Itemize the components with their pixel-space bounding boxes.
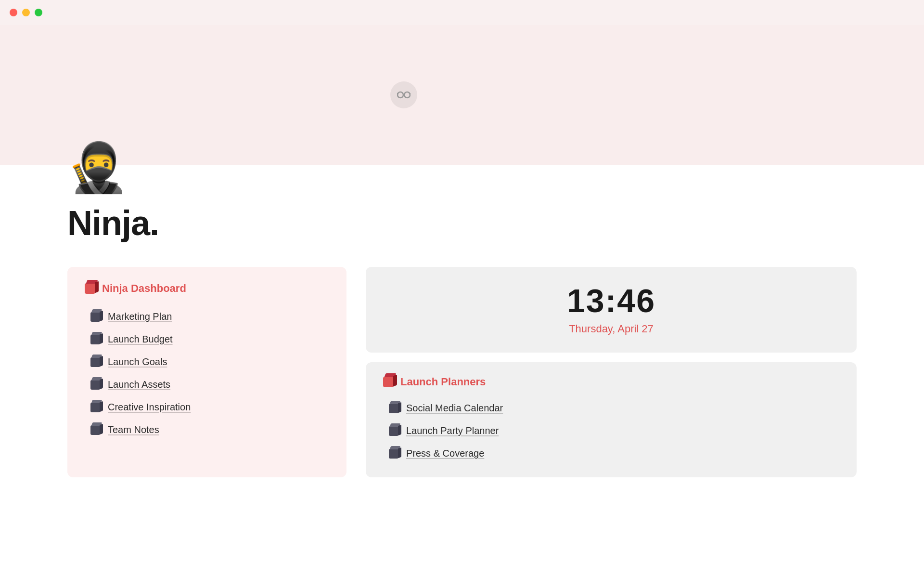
page-title: Ninja.	[67, 203, 857, 243]
traffic-light-green[interactable]	[35, 9, 42, 16]
planners-item-label: Launch Party Planner	[406, 425, 499, 436]
nav-item-label: Team Notes	[108, 424, 159, 435]
nav-item-label: Launch Budget	[108, 334, 173, 345]
nav-item-label: Launch Assets	[108, 379, 170, 390]
svg-point-0	[398, 92, 403, 98]
nav-item[interactable]: Launch Budget	[85, 329, 329, 350]
nav-item-label: Marketing Plan	[108, 311, 172, 322]
nav-header-label: Ninja Dashboard	[102, 282, 186, 295]
planners-header-cube-icon	[383, 377, 394, 387]
nav-item-cube-icon	[90, 312, 100, 322]
nav-item[interactable]: Launch Assets	[85, 374, 329, 395]
planners-item[interactable]: Press & Coverage	[383, 443, 839, 464]
title-bar	[0, 0, 924, 25]
planners-item-cube-icon	[389, 404, 398, 413]
nav-item[interactable]: Team Notes	[85, 420, 329, 440]
main-content: Ninja. Ninja Dashboard Marketing Plan La…	[0, 165, 924, 506]
svg-point-1	[404, 92, 410, 98]
nav-item-cube-icon	[90, 403, 100, 412]
planners-item-label: Press & Coverage	[406, 448, 484, 459]
nav-item-cube-icon	[90, 335, 100, 344]
nav-item-cube-icon	[90, 357, 100, 367]
nav-item[interactable]: Launch Goals	[85, 352, 329, 372]
nav-header: Ninja Dashboard	[85, 282, 329, 295]
nav-item-cube-icon	[90, 380, 100, 390]
hero-banner: 🥷	[0, 25, 924, 165]
clock-date: Thursday, April 27	[383, 323, 839, 335]
nav-items-list: Marketing Plan Launch Budget Launch Goal…	[85, 306, 329, 440]
nav-header-cube-icon	[85, 283, 95, 294]
planners-item-cube-icon	[389, 426, 398, 436]
nav-item[interactable]: Creative Inspiration	[85, 397, 329, 418]
planners-header: Launch Planners	[383, 376, 839, 388]
nav-item-label: Creative Inspiration	[108, 402, 191, 413]
glasses-icon	[390, 81, 417, 108]
clock-time: 13:46	[383, 284, 839, 317]
clock-widget: 13:46 Thursday, April 27	[366, 267, 857, 353]
columns-layout: Ninja Dashboard Marketing Plan Launch Bu…	[67, 267, 857, 477]
planners-item[interactable]: Social Media Calendar	[383, 398, 839, 419]
nav-item-label: Launch Goals	[108, 356, 167, 368]
planners-widget: Launch Planners Social Media Calendar La…	[366, 362, 857, 477]
right-panel: 13:46 Thursday, April 27 Launch Planners…	[366, 267, 857, 477]
planners-item-cube-icon	[389, 449, 398, 459]
traffic-light-yellow[interactable]	[22, 9, 30, 16]
planners-item[interactable]: Launch Party Planner	[383, 420, 839, 441]
nav-panel: Ninja Dashboard Marketing Plan Launch Bu…	[67, 267, 346, 477]
planners-header-label: Launch Planners	[400, 376, 486, 388]
traffic-light-red[interactable]	[10, 9, 17, 16]
nav-item-cube-icon	[90, 425, 100, 435]
planners-items-list: Social Media Calendar Launch Party Plann…	[383, 398, 839, 464]
page-avatar: 🥷	[67, 143, 128, 191]
avatar-emoji: 🥷	[67, 140, 128, 194]
nav-item[interactable]: Marketing Plan	[85, 306, 329, 327]
planners-item-label: Social Media Calendar	[406, 403, 503, 414]
